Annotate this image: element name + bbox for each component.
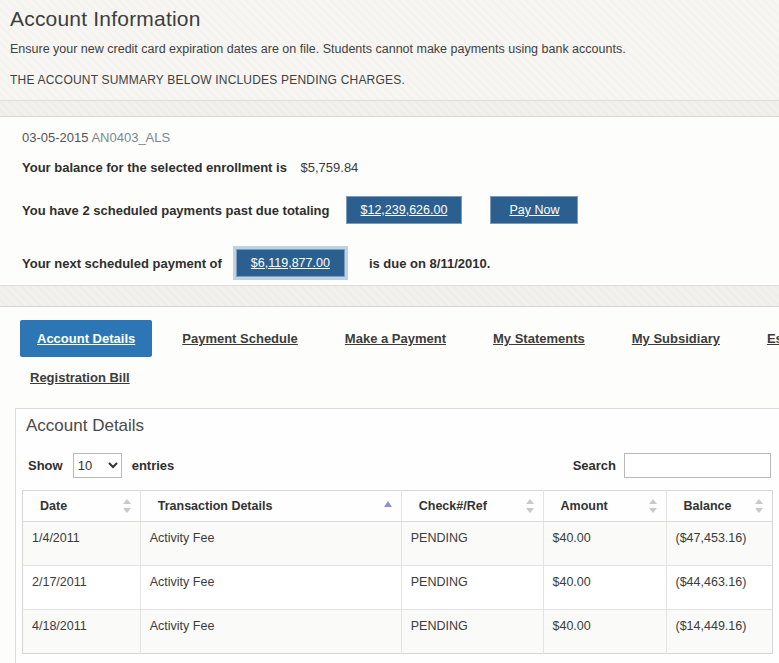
table-header-row: Date Transaction Details Check#/Ref Amou… [23, 491, 773, 522]
column-label: Balance [684, 499, 732, 513]
intro-text: Ensure your new credit card expiration d… [10, 42, 769, 56]
sort-icon [649, 498, 658, 514]
panel-heading: Account Details [22, 416, 773, 436]
tab-bar: Account Details Payment Schedule Make a … [0, 307, 779, 408]
page-header: Account Information Ensure your new cred… [0, 0, 779, 100]
next-payment-due-text: is due on 8/11/2010. [369, 256, 490, 271]
cell-check-ref: PENDING [401, 522, 543, 566]
cell-transaction-details: Activity Fee [140, 566, 401, 610]
sort-asc-icon [384, 500, 393, 509]
next-payment-label: Your next scheduled payment of [22, 256, 222, 271]
cell-balance: ($47,453.16) [666, 522, 773, 566]
sort-icon [755, 498, 764, 514]
table-row[interactable]: 4/18/2011 Activity Fee PENDING $40.00 ($… [23, 610, 773, 654]
column-header-amount[interactable]: Amount [543, 491, 666, 522]
search-controls: Search [573, 453, 771, 478]
page-length-select[interactable]: 10 [73, 453, 122, 478]
next-payment-amount-button[interactable]: $6,119,877.00 [236, 249, 345, 277]
column-label: Amount [561, 499, 608, 513]
balance-value: $5,759.84 [301, 160, 359, 175]
cell-amount: $40.00 [543, 610, 666, 654]
cell-date: 4/18/2011 [23, 610, 141, 654]
past-due-label: You have 2 scheduled payments past due t… [22, 203, 330, 218]
tab-registration-bill[interactable]: Registration Bill [30, 359, 130, 396]
enrollment-date: 03-05-2015 [22, 130, 89, 145]
search-input[interactable] [624, 453, 771, 478]
cell-balance: ($44,463.16) [666, 566, 773, 610]
cell-balance: ($14,449.16) [666, 610, 773, 654]
cell-transaction-details: Activity Fee [140, 610, 401, 654]
past-due-line: You have 2 scheduled payments past due t… [22, 196, 757, 224]
column-header-transaction-details[interactable]: Transaction Details [140, 491, 401, 522]
cell-check-ref: PENDING [401, 610, 543, 654]
cell-transaction-details: Activity Fee [140, 522, 401, 566]
tab-my-statements[interactable]: My Statements [493, 320, 585, 357]
transactions-table: Date Transaction Details Check#/Ref Amou… [22, 490, 773, 654]
column-label: Transaction Details [158, 499, 273, 513]
sort-icon [526, 498, 535, 514]
pending-charges-note: THE ACCOUNT SUMMARY BELOW INCLUDES PENDI… [10, 73, 769, 87]
balance-label: Your balance for the selected enrollment… [22, 160, 287, 175]
cell-check-ref: PENDING [401, 566, 543, 610]
past-due-amount-button[interactable]: $12,239,626.00 [346, 196, 463, 224]
separator-band [0, 285, 779, 307]
separator-band [0, 100, 779, 117]
account-summary: 03-05-2015 AN0403_ALS Your balance for t… [0, 117, 779, 285]
column-header-date[interactable]: Date [23, 491, 141, 522]
table-row[interactable]: 2/17/2011 Activity Fee PENDING $40.00 ($… [23, 566, 773, 610]
tab-make-a-payment[interactable]: Make a Payment [345, 320, 446, 357]
sort-icon [123, 498, 132, 514]
next-payment-line: Your next scheduled payment of $6,119,87… [22, 249, 757, 277]
account-code: AN0403_ALS [91, 130, 170, 145]
show-label: Show [28, 458, 63, 473]
tab-payment-schedule[interactable]: Payment Schedule [182, 320, 298, 357]
page-title: Account Information [10, 7, 769, 31]
search-label: Search [573, 458, 616, 473]
tab-estimated-tuition-discounts[interactable]: Estimated Tuition Discounts [767, 320, 779, 357]
column-header-check-ref[interactable]: Check#/Ref [401, 491, 543, 522]
table-row[interactable]: 1/4/2011 Activity Fee PENDING $40.00 ($4… [23, 522, 773, 566]
entries-label: entries [132, 458, 175, 473]
table-footer: Showing 1 to 10 of 141 entries Previous … [22, 654, 773, 663]
tab-row-2: Registration Bill [20, 359, 779, 396]
cell-date: 2/17/2011 [23, 566, 141, 610]
account-details-panel: Account Details Show 10 entries Search D… [15, 408, 779, 663]
pay-now-button[interactable]: Pay Now [490, 196, 578, 224]
tab-row-1: Account Details Payment Schedule Make a … [20, 320, 779, 357]
cell-amount: $40.00 [543, 566, 666, 610]
enrollment-line: 03-05-2015 AN0403_ALS [22, 130, 757, 145]
tab-my-subsidiary[interactable]: My Subsidiary [632, 320, 720, 357]
column-label: Check#/Ref [419, 499, 487, 513]
balance-line: Your balance for the selected enrollment… [22, 160, 757, 175]
cell-amount: $40.00 [543, 522, 666, 566]
column-header-balance[interactable]: Balance [666, 491, 773, 522]
tab-account-details[interactable]: Account Details [20, 320, 152, 357]
table-controls: Show 10 entries Search [22, 453, 773, 478]
cell-date: 1/4/2011 [23, 522, 141, 566]
column-label: Date [40, 499, 67, 513]
